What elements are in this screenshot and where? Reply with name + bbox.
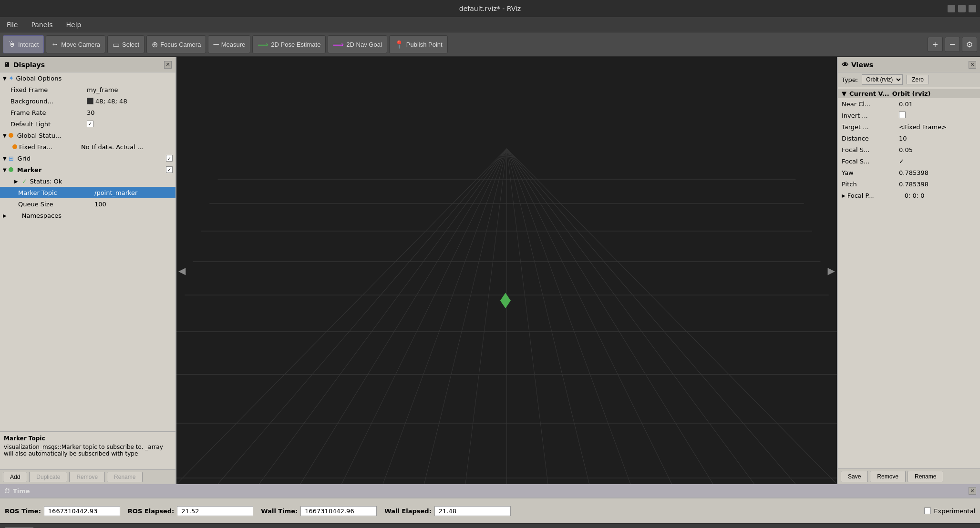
views-remove-button[interactable]: Remove xyxy=(870,471,906,482)
menubar: File Panels Help xyxy=(0,17,980,32)
select-button[interactable]: ▭ Select xyxy=(107,35,144,53)
ros-time-label: ROS Time: xyxy=(5,508,41,515)
maximize-button[interactable] xyxy=(958,5,966,12)
default-light-checkbox[interactable]: ✓ xyxy=(87,121,93,127)
marker-item[interactable]: ▼ Marker ✓ xyxy=(0,164,175,175)
focus-camera-label: Focus Camera xyxy=(160,41,201,48)
menu-help[interactable]: Help xyxy=(63,20,84,30)
move-camera-button[interactable]: ↔ Move Camera xyxy=(46,35,105,53)
displays-tree: ▼ ✦ Global Options Fixed Frame my_frame … xyxy=(0,72,175,431)
ros-elapsed-section: ROS Elapsed: 21.52 xyxy=(128,506,253,516)
views-rename-button[interactable]: Rename xyxy=(908,471,943,482)
global-options-label: Global Options xyxy=(16,75,62,82)
views-type-select[interactable]: Orbit (rviz) xyxy=(862,74,903,85)
current-view-expand-icon: ▼ xyxy=(842,90,846,97)
near-clip-row[interactable]: Near Cl... 0.01 xyxy=(838,98,980,110)
global-options-icon: ✦ xyxy=(9,74,14,82)
yaw-key: Yaw xyxy=(842,169,899,176)
viewport[interactable]: ◀ ▶ xyxy=(176,57,837,484)
queue-size-item[interactable]: Queue Size 100 xyxy=(0,198,175,210)
grid-item[interactable]: ▼ ⊞ Grid ✓ xyxy=(0,152,175,164)
time-panel-close[interactable]: ✕ xyxy=(969,487,976,495)
invert-row[interactable]: Invert ... xyxy=(838,110,980,121)
pitch-value: 0.785398 xyxy=(899,181,976,188)
remove-display-button[interactable]: ─ xyxy=(945,37,960,52)
focal-p-row[interactable]: ▶ Focal P... 0; 0; 0 xyxy=(838,190,980,201)
focus-camera-icon: ⊕ xyxy=(152,40,158,49)
remove-button[interactable]: Remove xyxy=(69,472,105,482)
move-camera-icon: ↔ xyxy=(51,40,59,49)
timebar: ROS Time: 1667310442.93 ROS Elapsed: 21.… xyxy=(0,498,980,523)
pose-estimate-button[interactable]: ⟹ 2D Pose Estimate xyxy=(252,35,326,53)
nav-goal-icon: ⟹ xyxy=(333,40,344,49)
displays-monitor-icon: 🖥 xyxy=(4,61,10,69)
close-button[interactable] xyxy=(969,5,976,12)
yaw-row[interactable]: Yaw 0.785398 xyxy=(838,167,980,178)
background-item[interactable]: Background... 48; 48; 48 xyxy=(0,95,175,107)
views-tree: ▼ Current V... Orbit (rviz) Near Cl... 0… xyxy=(838,87,980,468)
add-button[interactable]: Add xyxy=(3,472,27,482)
frame-rate-item[interactable]: Frame Rate 30 xyxy=(0,107,175,118)
focal-s1-value: 0.05 xyxy=(899,146,976,153)
minimize-button[interactable] xyxy=(948,5,955,12)
description-text: visualization_msgs::Marker topic to subs… xyxy=(4,444,172,457)
focal-s1-row[interactable]: Focal S... 0.05 xyxy=(838,144,980,155)
focus-camera-button[interactable]: ⊕ Focus Camera xyxy=(146,35,206,53)
global-status-item[interactable]: ▼ Global Statu... xyxy=(0,130,175,141)
near-clip-value: 0.01 xyxy=(899,101,976,108)
viewport-right-arrow[interactable]: ▶ xyxy=(828,265,835,276)
distance-row[interactable]: Distance 10 xyxy=(838,132,980,144)
titlebar: default.rviz* - RViz xyxy=(0,0,980,17)
fixed-frame-item[interactable]: Fixed Frame my_frame xyxy=(0,84,175,95)
add-display-button[interactable]: + xyxy=(928,37,943,52)
focal-s1-key: Focal S... xyxy=(842,146,899,153)
background-color-swatch xyxy=(87,98,93,104)
rename-button[interactable]: Rename xyxy=(107,472,143,482)
ros-time-value: 1667310442.93 xyxy=(44,506,120,516)
displays-panel-header: 🖥 Displays ✕ xyxy=(0,57,175,72)
menu-panels[interactable]: Panels xyxy=(28,20,55,30)
publish-point-button[interactable]: 📍 Publish Point xyxy=(389,35,448,53)
views-close-button[interactable]: ✕ xyxy=(969,61,976,69)
invert-checkbox[interactable] xyxy=(899,112,906,118)
target-row[interactable]: Target ... <Fixed Frame> xyxy=(838,121,980,132)
default-light-item[interactable]: Default Light ✓ xyxy=(0,118,175,130)
views-buttons: Save Remove Rename xyxy=(838,468,980,484)
select-icon: ▭ xyxy=(113,40,120,49)
select-label: Select xyxy=(122,41,139,48)
grid-icon: ⊞ xyxy=(9,155,14,162)
views-zero-button[interactable]: Zero xyxy=(907,75,929,84)
focal-s2-value: ✓ xyxy=(899,158,976,165)
focal-s2-row[interactable]: Focal S... ✓ xyxy=(838,155,980,167)
distance-key: Distance xyxy=(842,135,899,142)
nav-goal-label: 2D Nav Goal xyxy=(346,41,382,48)
checkmark-icon: ✓ xyxy=(22,178,27,185)
marker-topic-item[interactable]: Marker Topic /point_marker xyxy=(0,187,175,198)
nav-goal-button[interactable]: ⟹ 2D Nav Goal xyxy=(328,35,387,53)
menu-file[interactable]: File xyxy=(4,20,21,30)
experimental-checkbox[interactable] xyxy=(924,508,931,514)
displays-close-button[interactable]: ✕ xyxy=(164,61,172,69)
description-title: Marker Topic xyxy=(4,435,172,442)
invert-key: Invert ... xyxy=(842,112,899,119)
pitch-row[interactable]: Pitch 0.785398 xyxy=(838,178,980,190)
marker-checkbox[interactable]: ✓ xyxy=(166,166,173,173)
description-panel: Marker Topic visualization_msgs::Marker … xyxy=(0,431,175,469)
status-ok-item[interactable]: ▶ ✓ Status: Ok xyxy=(0,175,175,187)
default-light-key: Default Light xyxy=(10,121,87,128)
viewport-left-arrow[interactable]: ◀ xyxy=(178,265,186,276)
namespaces-item[interactable]: ▶ Namespaces xyxy=(0,210,175,221)
fixed-frame-key: Fixed Frame xyxy=(10,86,87,93)
duplicate-button[interactable]: Duplicate xyxy=(29,472,67,482)
fixed-frame-status-item[interactable]: Fixed Fra... No tf data. Actual ... xyxy=(0,141,175,152)
grid-checkbox[interactable]: ✓ xyxy=(166,155,173,162)
views-icon: 👁 xyxy=(842,61,848,69)
global-options-item[interactable]: ▼ ✦ Global Options xyxy=(0,72,175,84)
interact-button[interactable]: 🖱 Interact xyxy=(3,35,44,53)
titlebar-controls xyxy=(948,5,976,12)
statusbar: Reset 31 fps CSDN @General219 xyxy=(0,523,980,528)
views-save-button[interactable]: Save xyxy=(841,471,868,482)
settings-button[interactable]: ⚙ xyxy=(962,37,977,52)
status-ok-label: Status: Ok xyxy=(30,178,62,185)
measure-button[interactable]: ─ Measure xyxy=(208,35,250,53)
